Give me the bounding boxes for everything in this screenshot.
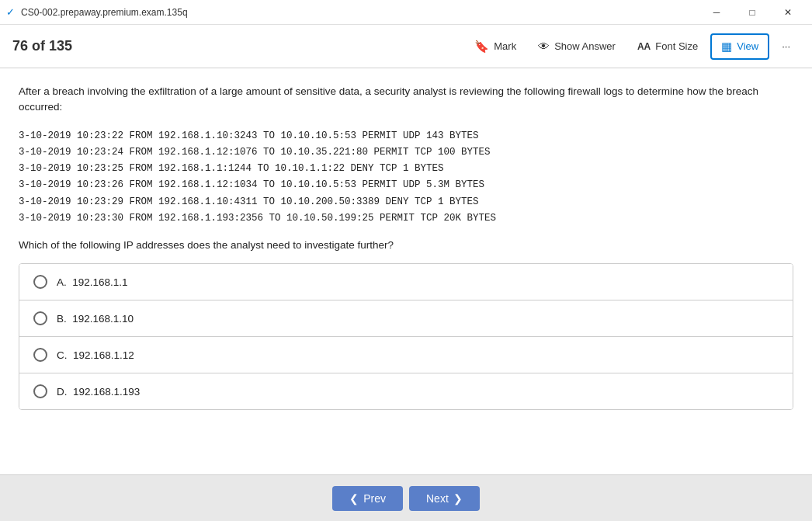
option-c[interactable]: C. 192.168.1.12 [19,337,793,373]
show-answer-button[interactable]: 👁 Show Answer [529,35,625,57]
more-button[interactable]: ··· [772,36,800,57]
log-line-6: 3-10-2019 10:23:30 FROM 192.168.1.193:23… [19,210,793,227]
font-icon: AA [637,41,651,52]
question-text: After a breach involving the exfiltratio… [19,84,793,116]
prev-label: Prev [363,492,386,505]
toolbar-actions: 🔖 Mark 👁 Show Answer AA Font Size ▦ View… [465,33,800,60]
log-block: 3-10-2019 10:23:22 FROM 192.168.1.10:324… [19,128,793,228]
mark-label: Mark [494,40,516,52]
show-answer-label: Show Answer [554,40,616,52]
close-button[interactable]: ✕ [770,0,806,25]
minimize-button[interactable]: ─ [699,0,734,25]
titlebar-left: ✓ CS0-002.prepaway.premium.exam.135q [6,6,188,18]
titlebar-controls: ─ □ ✕ [699,0,806,25]
eye-icon: 👁 [538,40,550,53]
view-icon: ▦ [721,40,732,54]
more-icon: ··· [782,40,790,52]
prev-arrow-icon: ❮ [349,492,359,505]
maximize-button[interactable]: □ [734,0,770,25]
content-area: After a breach involving the exfiltratio… [0,68,812,474]
log-line-1: 3-10-2019 10:23:22 FROM 192.168.1.10:324… [19,128,793,144]
prev-button[interactable]: ❮ Prev [332,486,403,511]
option-c-label: C. 192.168.1.12 [57,349,134,361]
next-button[interactable]: Next ❯ [409,486,480,511]
option-a-label: A. 192.168.1.1 [57,276,128,288]
radio-a [33,275,47,289]
view-label: View [737,40,758,52]
option-b-label: B. 192.168.1.10 [57,313,134,325]
option-d[interactable]: D. 192.168.1.193 [19,373,793,409]
font-size-label: Font Size [655,40,698,52]
option-d-label: D. 192.168.1.193 [57,386,140,398]
bookmark-icon: 🔖 [474,40,489,54]
radio-b [33,311,47,325]
view-button[interactable]: ▦ View [710,33,769,60]
radio-d [33,384,47,398]
options-list: A. 192.168.1.1 B. 192.168.1.10 C. 192.16… [19,263,793,410]
progress-label: 76 of 135 [12,38,72,54]
log-line-3: 3-10-2019 10:23:25 FROM 192.168.1.1:1244… [19,161,793,177]
mark-button[interactable]: 🔖 Mark [465,35,526,58]
answer-prompt: Which of the following IP addresses does… [19,239,793,251]
footer: ❮ Prev Next ❯ [0,474,812,521]
log-line-5: 3-10-2019 10:23:29 FROM 192.168.1.10:431… [19,194,793,210]
radio-c [33,348,47,362]
font-size-button[interactable]: AA Font Size [628,36,707,57]
check-icon: ✓ [6,6,15,18]
next-arrow-icon: ❯ [453,492,463,505]
option-a[interactable]: A. 192.168.1.1 [19,264,793,300]
titlebar-title: CS0-002.prepaway.premium.exam.135q [21,7,188,18]
titlebar: ✓ CS0-002.prepaway.premium.exam.135q ─ □… [0,0,812,25]
option-b[interactable]: B. 192.168.1.10 [19,300,793,337]
log-line-2: 3-10-2019 10:23:24 FROM 192.168.1.12:107… [19,144,793,161]
toolbar: 76 of 135 🔖 Mark 👁 Show Answer AA Font S… [0,25,812,68]
log-line-4: 3-10-2019 10:23:26 FROM 192.168.1.12:103… [19,177,793,193]
next-label: Next [426,492,449,505]
